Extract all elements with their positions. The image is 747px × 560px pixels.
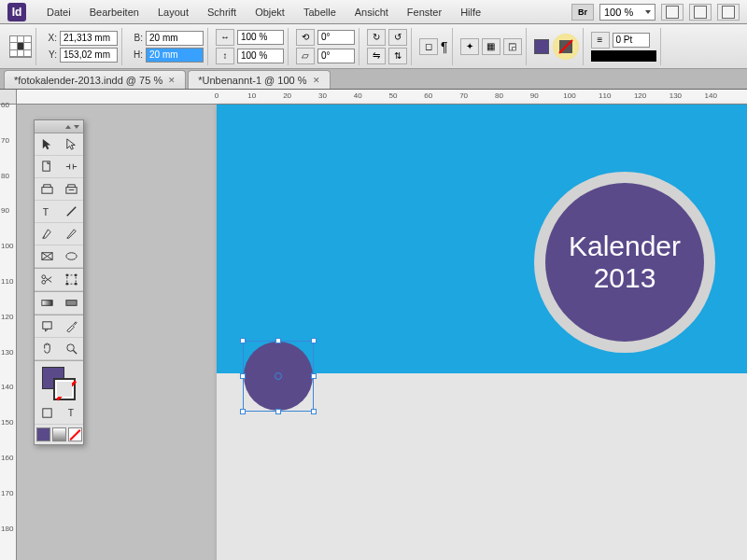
page-tool[interactable] <box>35 156 59 178</box>
rotate-icon: ⟲ <box>296 29 315 46</box>
stroke-color-swatch[interactable] <box>53 378 76 400</box>
rotate-field[interactable]: 0° <box>317 30 355 45</box>
line-tool[interactable] <box>59 201 83 223</box>
document-page[interactable]: Kalender 2013 <box>217 105 747 560</box>
menu-view[interactable]: Ansicht <box>345 3 398 21</box>
gap-tool[interactable] <box>59 156 83 178</box>
scale-y-field[interactable]: 100 % <box>237 49 284 63</box>
fill-stroke-swatch[interactable] <box>35 361 83 402</box>
ruler-tick: 80 <box>1 171 9 179</box>
svg-line-22 <box>73 350 77 354</box>
rotate-cw-button[interactable]: ↻ <box>367 29 386 46</box>
x-label: X: <box>44 33 57 43</box>
paragraph-icon: ¶ <box>441 39 448 54</box>
selection-handle[interactable] <box>240 409 246 414</box>
menu-table[interactable]: Tabelle <box>294 3 345 21</box>
zoom-tool[interactable] <box>59 338 83 360</box>
shear-field[interactable]: 0° <box>317 49 355 63</box>
selection-handle[interactable] <box>240 338 246 343</box>
vertical-ruler[interactable]: 60708090100110120130140150160170180190 <box>0 105 17 560</box>
large-circle-text[interactable]: Kalender 2013 <box>545 183 704 342</box>
selection-handle[interactable] <box>275 338 281 343</box>
note-tool[interactable] <box>35 315 59 338</box>
pencil-tool[interactable] <box>59 223 83 245</box>
stroke-none-button-highlighted[interactable] <box>553 34 579 60</box>
flip-h-button[interactable]: ⇋ <box>367 48 386 64</box>
selection-handle[interactable] <box>311 373 317 379</box>
menu-help[interactable]: Hilfe <box>451 3 490 21</box>
selection-handle[interactable] <box>275 409 281 414</box>
ruler-tick: 170 <box>1 488 13 497</box>
y-label: Y: <box>44 49 57 60</box>
wrap-button[interactable]: ▦ <box>482 38 500 55</box>
apply-color-button[interactable] <box>36 427 50 441</box>
menu-edit[interactable]: Bearbeiten <box>80 3 148 21</box>
formatting-container-button[interactable] <box>35 402 59 425</box>
selection-handle[interactable] <box>240 373 246 379</box>
stroke-style-dropdown[interactable] <box>591 50 656 62</box>
h-label: H: <box>130 49 143 60</box>
content-placer-tool[interactable] <box>59 178 83 201</box>
close-icon[interactable]: ✕ <box>168 76 176 85</box>
ruler-tick: 180 <box>1 524 13 532</box>
rectangle-frame-tool[interactable] <box>35 245 59 268</box>
gradient-swatch-tool[interactable] <box>35 292 59 315</box>
content-collector-tool[interactable] <box>35 178 59 201</box>
free-transform-tool[interactable] <box>59 269 83 291</box>
fill-swatch[interactable] <box>534 39 549 54</box>
direct-selection-tool[interactable] <box>59 133 83 156</box>
select-container-button[interactable]: ◻ <box>419 38 438 55</box>
apply-none-button[interactable] <box>68 427 82 441</box>
svg-text:T: T <box>67 408 74 418</box>
document-tab[interactable]: *Unbenannt-1 @ 100 % ✕ <box>188 70 330 89</box>
width-field[interactable]: 20 mm <box>146 31 204 46</box>
y-field[interactable]: 153,02 mm <box>60 48 118 63</box>
menu-object[interactable]: Objekt <box>246 3 294 21</box>
pen-tool[interactable] <box>35 223 59 245</box>
svg-rect-23 <box>42 409 50 417</box>
selection-handle[interactable] <box>311 409 317 414</box>
zoom-level-field[interactable]: 100 % <box>599 4 655 21</box>
height-field[interactable]: 20 mm <box>146 48 204 63</box>
ellipse-tool[interactable] <box>59 245 83 268</box>
screen-mode-button[interactable] <box>689 4 712 21</box>
tools-panel-header[interactable] <box>35 120 83 133</box>
close-icon[interactable]: ✕ <box>313 76 320 85</box>
horizontal-ruler[interactable]: 0102030405060708090100110120130140 <box>17 90 747 105</box>
corner-button[interactable]: ◲ <box>503 38 522 55</box>
menu-layout[interactable]: Layout <box>148 3 198 21</box>
selection-tool[interactable] <box>35 133 59 156</box>
rotate-ccw-button[interactable]: ↺ <box>388 29 407 46</box>
gradient-feather-tool[interactable] <box>59 292 83 315</box>
selection-handle[interactable] <box>311 338 317 343</box>
scale-y-icon: ↕ <box>216 48 234 64</box>
scale-x-field[interactable]: 100 % <box>237 30 284 45</box>
ruler-tick: 20 <box>283 91 291 100</box>
effects-button[interactable]: ✦ <box>460 38 479 55</box>
bridge-button[interactable]: Br <box>571 4 594 21</box>
canvas-area[interactable]: Kalender 2013 <box>17 105 747 560</box>
ruler-tick: 40 <box>354 91 362 100</box>
svg-point-17 <box>74 283 77 286</box>
ruler-tick: 110 <box>599 91 611 100</box>
menu-file[interactable]: Datei <box>37 3 80 21</box>
scissors-tool[interactable] <box>35 269 59 291</box>
hand-tool[interactable] <box>35 338 59 360</box>
view-options-button[interactable] <box>661 4 684 21</box>
x-field[interactable]: 21,313 mm <box>60 31 118 46</box>
apply-gradient-button[interactable] <box>52 427 66 441</box>
flip-v-button[interactable]: ⇅ <box>388 48 407 64</box>
svg-line-11 <box>45 278 51 283</box>
menu-type[interactable]: Schrift <box>198 3 246 21</box>
stroke-weight-field[interactable]: 0 Pt <box>613 33 650 48</box>
reference-point-widget[interactable] <box>9 35 32 58</box>
selection-center[interactable] <box>275 372 282 380</box>
arrange-documents-button[interactable] <box>717 4 740 21</box>
document-tab[interactable]: *fotokalender-2013.indd @ 75 % ✕ <box>4 70 186 89</box>
menu-window[interactable]: Fenster <box>398 3 451 21</box>
type-tool[interactable]: T <box>35 201 59 223</box>
formatting-text-button[interactable]: T <box>59 402 83 425</box>
eyedropper-tool[interactable] <box>59 315 83 338</box>
chevron-down-icon <box>645 10 651 14</box>
ruler-tick: 60 <box>1 101 9 109</box>
